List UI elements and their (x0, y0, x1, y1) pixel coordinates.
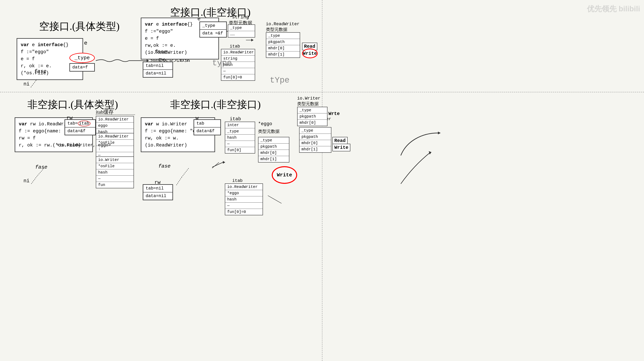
bl-tab-field: tab=itab (65, 120, 95, 128)
top-left-e-label: e (84, 40, 88, 46)
bottom-right-itab-title: itab (230, 116, 241, 122)
type-label-center: type (212, 58, 232, 68)
tr-data-field: data =&f (200, 30, 226, 37)
br-it-fun: fun[0] (225, 147, 255, 153)
svg-line-12 (31, 176, 37, 184)
top-right-iorw-title: io.ReadWriter类型元数据 (266, 22, 300, 33)
bl-it1-eggo: eggo (96, 122, 134, 129)
eg-mhdr0: mhdr[0] (258, 150, 289, 156)
br-iorw-type: _type (300, 128, 331, 134)
top-left-fase-label: fase (34, 68, 46, 74)
bottom-right-iorw-meta: _type pkgpath mhdr[0] mhdr[1] (299, 127, 332, 153)
br-it-type: _type (225, 128, 255, 134)
bl-itab-box3: io.Writer *osFile hash — fun (96, 156, 134, 188)
top-left-data-box: data=f (70, 63, 95, 72)
bl-it3-dash: — (96, 176, 134, 182)
bottom-right-eggo-label: *eggo (258, 121, 272, 126)
code-line-1: var e interface{} (21, 42, 79, 48)
bottom-right-rw-nil-box: tab=nil data=nil (143, 184, 173, 200)
br2-hash: hash (225, 196, 262, 202)
svg-line-16 (176, 177, 182, 186)
code-line-2: f :="eggo" (21, 48, 79, 56)
bl-code-3: rw = f (19, 135, 89, 142)
top-right-iorw-box: _type pkgpath mhdr[0] mhdr[1] (266, 32, 300, 58)
tr-rw-tab: tab=nil (143, 62, 172, 70)
bottom-right-write-label2: Write (332, 144, 350, 151)
svg-marker-22 (438, 132, 441, 134)
bl-it2-rw: io.ReadWriter (96, 133, 134, 140)
bottom-right-write-text: Write (277, 172, 292, 178)
bottom-right-wrte-label: Wrte (328, 111, 340, 116)
br-w-tab: tab (194, 120, 220, 128)
bottom-left-ni-label: ni (24, 178, 30, 184)
iorw-pkg: pkgpath (266, 39, 300, 45)
tr-type-field: _type (200, 22, 226, 30)
bottom-right-iowriter-meta: _type pkgpath mhdr[0] (297, 107, 328, 126)
sm-type: _type (228, 25, 255, 31)
bottom-right-itab-box: inter _type hash — fun[0] (225, 122, 255, 154)
top-right-e-label: e (198, 16, 200, 22)
br-iorw-pkg: pkgpath (300, 134, 331, 140)
bottom-right-eggo-meta: _type pkgpath mhdr[0] mhdr[1] (258, 137, 289, 162)
br-rw-data: data=nil (143, 192, 172, 200)
top-right-itab-label: itab (230, 44, 240, 49)
bottom-right-title: 非空接口.(非空接口) (170, 98, 261, 112)
svg-line-15 (182, 168, 189, 177)
iorw-mhdr0: mhdr[0] (266, 45, 300, 52)
top-right-e-box: _type data =&f (200, 22, 227, 38)
bl-it3-fun: fun (96, 182, 134, 188)
top-left-title: 空接口.(具体类型) (39, 20, 120, 33)
top-right-fase-label: fase (154, 49, 166, 55)
br2-fun: fun[0]=0 (225, 209, 262, 215)
bottom-right-w-box: tab data=&f (194, 119, 221, 135)
eg-type: _type (258, 137, 289, 144)
main-container: 空接口.(具体类型) var e interface{} f :="eggo" … (0, 0, 644, 361)
bottom-right-fase-label: fase (158, 163, 170, 169)
top-right-write-label: Write (303, 51, 317, 56)
svg-marker-18 (429, 151, 432, 154)
bottom-left-assert-label: <io.ReadWriter, eggo> (57, 143, 111, 148)
br2-rw: io.ReadWriter (225, 184, 262, 190)
br-iorw-mhdr1: mhdr[1] (300, 146, 331, 152)
bottom-right-itab2-title: itab (232, 178, 242, 183)
eg-pkg: pkgpath (258, 144, 289, 150)
top-left-ni-label: ni (24, 81, 30, 87)
br-iow-mhdr0: mhdr[0] (298, 120, 327, 126)
watermark: 优先领先 bilibili (587, 4, 640, 14)
br2-dash: — (225, 202, 262, 209)
iorw-type: _type (266, 33, 300, 39)
bottom-right-iowriter-title: io.Writer类型元数据 (297, 96, 320, 107)
tr-rw-data: data=nil (143, 70, 172, 77)
vertical-divider (322, 0, 322, 361)
eg-mhdr1: mhdr[1] (258, 156, 289, 162)
bl-it3-file: *osFile (96, 163, 134, 169)
br-code-3: rw, ok := w.(io.ReadWriter) (145, 135, 211, 149)
bottom-left-rw-box: tab=itab data=&f (64, 119, 96, 135)
br2-eggo: *eggo (225, 190, 262, 196)
it-rw: io.ReadWriter (221, 49, 255, 56)
bottom-left-fase-label: fase (35, 164, 47, 170)
br-iorw-mhdr0: mhdr[0] (300, 140, 331, 146)
svg-line-20 (212, 162, 223, 167)
svg-line-17 (212, 162, 219, 168)
br-iow-pkg: pkgpath (298, 114, 327, 120)
svg-line-19 (268, 196, 282, 204)
br-iow-type: _type (298, 107, 327, 114)
svg-line-2 (30, 80, 36, 88)
bl-data-field: data=&f (65, 128, 95, 135)
bottom-right-itab2: io.ReadWriter *eggo hash — fun[0]=0 (225, 184, 263, 215)
bottom-right-eggo-meta-title: 类型元数据 (258, 129, 280, 135)
br-w-data: data=&f (194, 128, 220, 135)
iorw-mhdr1: mhdr[1] (266, 52, 300, 58)
br-it-dash: — (225, 141, 255, 147)
bl-it3-hash: hash (96, 169, 134, 176)
bottom-right-write-circle: Write (272, 166, 297, 184)
it-fun: fun[0]=0 (221, 74, 255, 80)
top-left-type-circle: _type (70, 53, 95, 63)
bottom-right-read-label: Read (332, 137, 348, 144)
top-right-rw-box: tab=nil data=nil (143, 62, 173, 78)
sm-dots: …… (228, 31, 255, 37)
br-rw-tab: tab=nil (143, 185, 172, 192)
bl-it3-wr: io.Writer (96, 157, 134, 163)
top-right-write-circle: Write (302, 48, 318, 58)
